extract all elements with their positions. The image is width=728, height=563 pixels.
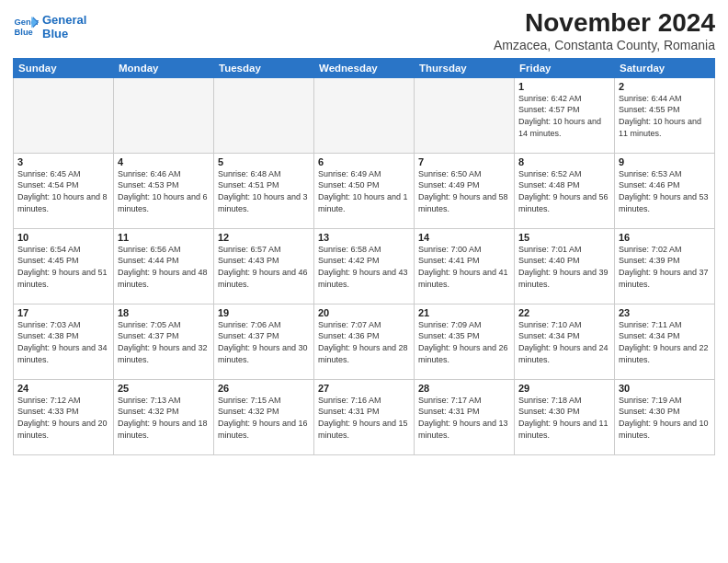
day-info: Sunrise: 7:19 AM Sunset: 4:30 PM Dayligh…: [619, 395, 711, 441]
day-number: 25: [118, 383, 210, 394]
day-number: 30: [619, 383, 711, 394]
table-row: [314, 77, 415, 153]
table-row: 16Sunrise: 7:02 AM Sunset: 4:39 PM Dayli…: [615, 228, 715, 304]
table-row: 13Sunrise: 6:58 AM Sunset: 4:42 PM Dayli…: [314, 228, 415, 304]
day-number: 23: [619, 307, 711, 318]
day-info: Sunrise: 6:49 AM Sunset: 4:50 PM Dayligh…: [318, 168, 410, 214]
day-info: Sunrise: 6:48 AM Sunset: 4:51 PM Dayligh…: [218, 168, 310, 214]
day-number: 1: [518, 81, 610, 92]
day-info: Sunrise: 6:42 AM Sunset: 4:57 PM Dayligh…: [518, 93, 610, 139]
table-row: 21Sunrise: 7:09 AM Sunset: 4:35 PM Dayli…: [415, 304, 515, 379]
day-number: 28: [418, 383, 510, 394]
day-info: Sunrise: 6:54 AM Sunset: 4:45 PM Dayligh…: [17, 244, 109, 290]
th-sunday: Sunday: [14, 58, 114, 77]
table-row: 22Sunrise: 7:10 AM Sunset: 4:34 PM Dayli…: [515, 304, 615, 379]
th-saturday: Saturday: [615, 58, 715, 77]
day-number: 5: [218, 156, 310, 167]
day-number: 6: [318, 156, 410, 167]
calendar-week-3: 10Sunrise: 6:54 AM Sunset: 4:45 PM Dayli…: [14, 228, 715, 304]
table-row: 1Sunrise: 6:42 AM Sunset: 4:57 PM Daylig…: [515, 77, 615, 153]
table-row: [14, 77, 114, 153]
th-wednesday: Wednesday: [314, 58, 415, 77]
th-thursday: Thursday: [415, 58, 515, 77]
header: General Blue General Blue November 2024 …: [13, 9, 715, 52]
day-info: Sunrise: 7:18 AM Sunset: 4:30 PM Dayligh…: [518, 395, 610, 441]
day-info: Sunrise: 7:15 AM Sunset: 4:32 PM Dayligh…: [218, 395, 310, 441]
calendar-header-row: Sunday Monday Tuesday Wednesday Thursday…: [14, 58, 715, 77]
table-row: 30Sunrise: 7:19 AM Sunset: 4:30 PM Dayli…: [615, 379, 715, 454]
day-number: 27: [318, 383, 410, 394]
logo-line1: General: [42, 13, 86, 27]
table-row: 12Sunrise: 6:57 AM Sunset: 4:43 PM Dayli…: [214, 228, 314, 304]
day-info: Sunrise: 7:02 AM Sunset: 4:39 PM Dayligh…: [619, 244, 711, 290]
table-row: 18Sunrise: 7:05 AM Sunset: 4:37 PM Dayli…: [114, 304, 214, 379]
table-row: 29Sunrise: 7:18 AM Sunset: 4:30 PM Dayli…: [515, 379, 615, 454]
table-row: 28Sunrise: 7:17 AM Sunset: 4:31 PM Dayli…: [415, 379, 515, 454]
day-info: Sunrise: 7:17 AM Sunset: 4:31 PM Dayligh…: [418, 395, 510, 441]
day-info: Sunrise: 7:11 AM Sunset: 4:34 PM Dayligh…: [619, 319, 711, 365]
day-number: 24: [17, 383, 109, 394]
logo-line2: Blue: [42, 27, 86, 40]
table-row: 20Sunrise: 7:07 AM Sunset: 4:36 PM Dayli…: [314, 304, 415, 379]
day-number: 15: [518, 232, 610, 243]
day-number: 16: [619, 232, 711, 243]
table-row: 19Sunrise: 7:06 AM Sunset: 4:37 PM Dayli…: [214, 304, 314, 379]
day-number: 10: [17, 232, 109, 243]
day-info: Sunrise: 7:03 AM Sunset: 4:38 PM Dayligh…: [17, 319, 109, 365]
table-row: 17Sunrise: 7:03 AM Sunset: 4:38 PM Dayli…: [14, 304, 114, 379]
calendar-week-2: 3Sunrise: 6:45 AM Sunset: 4:54 PM Daylig…: [14, 153, 715, 228]
table-row: 23Sunrise: 7:11 AM Sunset: 4:34 PM Dayli…: [615, 304, 715, 379]
day-number: 7: [418, 156, 510, 167]
calendar-page: General Blue General Blue November 2024 …: [0, 0, 728, 563]
day-number: 21: [418, 307, 510, 318]
day-number: 3: [17, 156, 109, 167]
day-info: Sunrise: 7:00 AM Sunset: 4:41 PM Dayligh…: [418, 244, 510, 290]
day-number: 19: [218, 307, 310, 318]
day-number: 8: [518, 156, 610, 167]
day-info: Sunrise: 6:58 AM Sunset: 4:42 PM Dayligh…: [318, 244, 410, 290]
table-row: 26Sunrise: 7:15 AM Sunset: 4:32 PM Dayli…: [214, 379, 314, 454]
month-title: November 2024: [494, 9, 715, 38]
day-number: 11: [118, 232, 210, 243]
calendar-week-5: 24Sunrise: 7:12 AM Sunset: 4:33 PM Dayli…: [14, 379, 715, 454]
calendar-table: Sunday Monday Tuesday Wednesday Thursday…: [13, 58, 715, 455]
calendar-week-4: 17Sunrise: 7:03 AM Sunset: 4:38 PM Dayli…: [14, 304, 715, 379]
day-number: 12: [218, 232, 310, 243]
table-row: 25Sunrise: 7:13 AM Sunset: 4:32 PM Dayli…: [114, 379, 214, 454]
table-row: 8Sunrise: 6:52 AM Sunset: 4:48 PM Daylig…: [515, 153, 615, 228]
day-info: Sunrise: 6:52 AM Sunset: 4:48 PM Dayligh…: [518, 168, 610, 214]
table-row: 15Sunrise: 7:01 AM Sunset: 4:40 PM Dayli…: [515, 228, 615, 304]
table-row: 5Sunrise: 6:48 AM Sunset: 4:51 PM Daylig…: [214, 153, 314, 228]
location-title: Amzacea, Constanta County, Romania: [494, 38, 715, 52]
svg-text:Blue: Blue: [15, 28, 33, 37]
day-info: Sunrise: 6:50 AM Sunset: 4:49 PM Dayligh…: [418, 168, 510, 214]
day-info: Sunrise: 7:09 AM Sunset: 4:35 PM Dayligh…: [418, 319, 510, 365]
day-info: Sunrise: 6:46 AM Sunset: 4:53 PM Dayligh…: [118, 168, 210, 214]
day-info: Sunrise: 7:05 AM Sunset: 4:37 PM Dayligh…: [118, 319, 210, 365]
table-row: 10Sunrise: 6:54 AM Sunset: 4:45 PM Dayli…: [14, 228, 114, 304]
day-number: 18: [118, 307, 210, 318]
table-row: 2Sunrise: 6:44 AM Sunset: 4:55 PM Daylig…: [615, 77, 715, 153]
table-row: 27Sunrise: 7:16 AM Sunset: 4:31 PM Dayli…: [314, 379, 415, 454]
day-info: Sunrise: 7:01 AM Sunset: 4:40 PM Dayligh…: [518, 244, 610, 290]
day-number: 13: [318, 232, 410, 243]
th-monday: Monday: [114, 58, 214, 77]
logo-icon: General Blue: [13, 14, 39, 40]
calendar-week-1: 1Sunrise: 6:42 AM Sunset: 4:57 PM Daylig…: [14, 77, 715, 153]
day-number: 26: [218, 383, 310, 394]
day-info: Sunrise: 6:53 AM Sunset: 4:46 PM Dayligh…: [619, 168, 711, 214]
day-number: 2: [619, 81, 711, 92]
table-row: 24Sunrise: 7:12 AM Sunset: 4:33 PM Dayli…: [14, 379, 114, 454]
table-row: [114, 77, 214, 153]
day-number: 22: [518, 307, 610, 318]
day-number: 4: [118, 156, 210, 167]
table-row: 3Sunrise: 6:45 AM Sunset: 4:54 PM Daylig…: [14, 153, 114, 228]
table-row: 14Sunrise: 7:00 AM Sunset: 4:41 PM Dayli…: [415, 228, 515, 304]
table-row: 7Sunrise: 6:50 AM Sunset: 4:49 PM Daylig…: [415, 153, 515, 228]
title-block: November 2024 Amzacea, Constanta County,…: [494, 9, 715, 52]
day-number: 20: [318, 307, 410, 318]
day-info: Sunrise: 7:13 AM Sunset: 4:32 PM Dayligh…: [118, 395, 210, 441]
table-row: [214, 77, 314, 153]
day-info: Sunrise: 7:16 AM Sunset: 4:31 PM Dayligh…: [318, 395, 410, 441]
table-row: [415, 77, 515, 153]
